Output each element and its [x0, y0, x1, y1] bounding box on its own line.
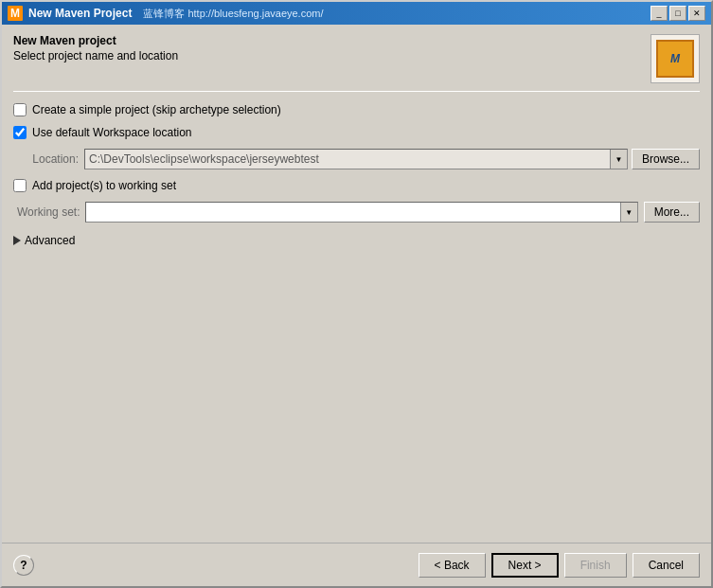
app-icon: M — [8, 6, 23, 21]
simple-project-label: Create a simple project (skip archetype … — [32, 103, 281, 116]
next-button[interactable]: Next > — [491, 553, 559, 578]
maven-icon: M — [651, 34, 700, 83]
browse-button[interactable]: Browse... — [632, 149, 700, 169]
window-url: 蓝锋博客 http://bluesfeng.javaeye.com/ — [143, 7, 323, 21]
add-working-set-label: Add project(s) to working set — [32, 179, 176, 192]
advanced-label: Advanced — [25, 234, 75, 247]
finish-button[interactable]: Finish — [564, 553, 627, 578]
location-input-group: ▼ Browse... — [84, 149, 700, 169]
location-input[interactable] — [85, 151, 610, 168]
advanced-section[interactable]: Advanced — [13, 232, 700, 249]
simple-project-checkbox[interactable] — [13, 103, 27, 116]
window-title: New Maven Project — [28, 7, 132, 20]
form-section: Create a simple project (skip archetype … — [13, 103, 700, 533]
wizard-subtitle: Select project name and location — [13, 49, 178, 62]
working-set-label: Working set: — [17, 205, 80, 219]
location-row: Location: ▼ Browse... — [13, 149, 700, 169]
bottom-buttons: < Back Next > Finish Cancel — [419, 553, 700, 578]
location-label: Location: — [17, 152, 79, 166]
more-button[interactable]: More... — [644, 202, 700, 223]
maven-icon-inner: M — [656, 40, 694, 78]
cancel-button[interactable]: Cancel — [633, 553, 700, 578]
header-text-block: New Maven project Select project name an… — [13, 34, 178, 62]
content-area: New Maven project Select project name an… — [2, 25, 711, 543]
working-set-row: Working set: ▼ More... — [13, 202, 700, 223]
use-default-workspace-row: Use default Workspace location — [13, 126, 700, 139]
header-divider — [13, 91, 700, 92]
working-set-dropdown-button[interactable]: ▼ — [620, 203, 637, 222]
simple-project-row: Create a simple project (skip archetype … — [13, 103, 700, 116]
advanced-expand-icon — [13, 236, 21, 245]
restore-button[interactable]: □ — [669, 6, 686, 21]
location-dropdown-button[interactable]: ▼ — [610, 150, 627, 169]
title-bar: M New Maven Project 蓝锋博客 http://bluesfen… — [2, 2, 711, 25]
wizard-title: New Maven project — [13, 34, 178, 47]
bottom-bar: ? < Back Next > Finish Cancel — [2, 543, 711, 586]
close-button[interactable]: ✕ — [688, 6, 705, 21]
working-set-input[interactable] — [86, 204, 619, 221]
back-button[interactable]: < Back — [419, 553, 486, 578]
add-working-set-checkbox[interactable] — [13, 179, 27, 192]
add-working-set-row: Add project(s) to working set — [13, 179, 700, 192]
minimize-button[interactable]: _ — [651, 6, 668, 21]
use-default-workspace-label: Use default Workspace location — [32, 126, 192, 139]
use-default-workspace-checkbox[interactable] — [13, 126, 27, 139]
spacer — [13, 258, 700, 533]
title-bar-left: M New Maven Project 蓝锋博客 http://bluesfen… — [8, 6, 324, 21]
main-window: M New Maven Project 蓝锋博客 http://bluesfen… — [0, 0, 713, 588]
header-section: New Maven project Select project name an… — [13, 34, 700, 83]
help-button[interactable]: ? — [13, 555, 34, 576]
window-controls: _ □ ✕ — [651, 6, 705, 21]
